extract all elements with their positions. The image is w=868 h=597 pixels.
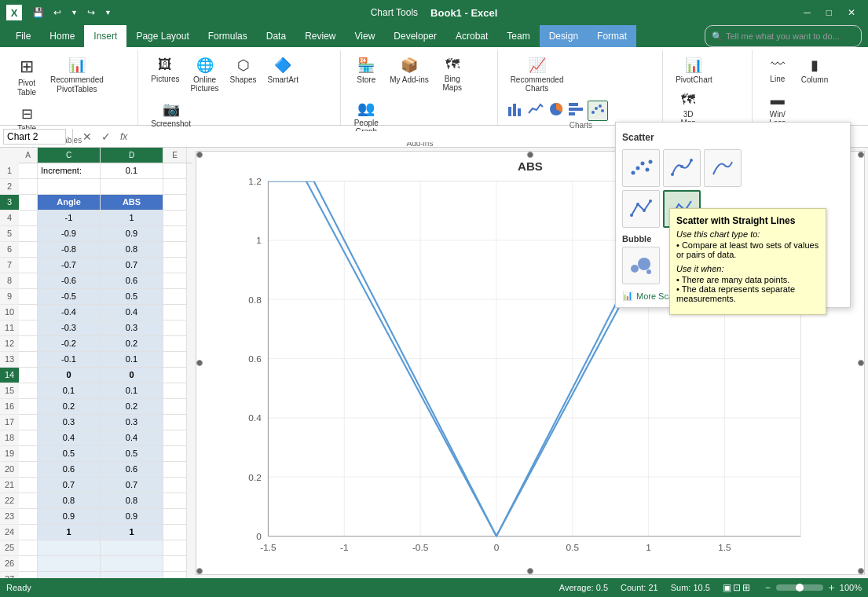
- pie-chart-button[interactable]: [547, 101, 566, 121]
- zoom-out-button[interactable]: －: [763, 581, 773, 595]
- tab-page-layout[interactable]: Page Layout: [126, 25, 198, 47]
- pictures-button[interactable]: 🖼 Pictures: [146, 53, 184, 86]
- cell-c5[interactable]: -0.9: [38, 226, 101, 242]
- cell-c16[interactable]: 0.2: [38, 399, 101, 415]
- cell-c9[interactable]: -0.5: [38, 289, 101, 305]
- tab-developer[interactable]: Developer: [384, 25, 446, 47]
- formula-cancel-button[interactable]: ✕: [79, 130, 95, 143]
- cell-d25[interactable]: [101, 540, 163, 556]
- cell-c17[interactable]: 0.3: [38, 415, 101, 430]
- cell-a1[interactable]: [19, 163, 38, 179]
- cell-c7[interactable]: -0.7: [38, 258, 101, 273]
- resize-handle-right[interactable]: [858, 360, 864, 366]
- more-qa-button[interactable]: ▼: [101, 6, 115, 19]
- pivot-chart-button[interactable]: 📊 PivotChart: [671, 53, 717, 87]
- cell-d24[interactable]: 1: [101, 525, 163, 540]
- cell-d10[interactable]: 0.4: [101, 305, 163, 320]
- zoom-slider-thumb[interactable]: [796, 584, 804, 592]
- cell-d19[interactable]: 0.5: [101, 446, 163, 462]
- tab-formulas[interactable]: Formulas: [199, 25, 257, 47]
- tab-insert[interactable]: Insert: [84, 25, 126, 47]
- name-box[interactable]: [3, 129, 66, 145]
- cell-c21[interactable]: 0.7: [38, 478, 101, 493]
- redo-button[interactable]: ↪: [83, 5, 99, 20]
- cell-c6[interactable]: -0.8: [38, 242, 101, 258]
- cell-c27[interactable]: [38, 572, 101, 578]
- cell-d26[interactable]: [101, 556, 163, 572]
- tab-review[interactable]: Review: [295, 25, 345, 47]
- scatter-smooth-lines-button[interactable]: [704, 149, 742, 187]
- cell-c15[interactable]: 0.1: [38, 383, 101, 399]
- cell-d4[interactable]: 1: [101, 211, 163, 226]
- cell-d18[interactable]: 0.4: [101, 430, 163, 446]
- resize-handle-bottom-left[interactable]: [196, 568, 203, 574]
- maximize-button[interactable]: □: [820, 4, 838, 21]
- tab-format[interactable]: Format: [588, 25, 636, 47]
- shapes-button[interactable]: ⬡ Shapes: [225, 53, 262, 87]
- undo-button[interactable]: ↩: [49, 5, 65, 20]
- my-addins-button[interactable]: 📦 My Add-ins: [385, 53, 433, 87]
- cell-c4[interactable]: -1: [38, 211, 101, 226]
- resize-handle-top[interactable]: [527, 152, 533, 158]
- line-chart-button[interactable]: [526, 101, 545, 121]
- tell-me-bar[interactable]: 🔍 Tell me what you want to do...: [705, 25, 862, 47]
- cell-d6[interactable]: 0.8: [101, 242, 163, 258]
- cell-d15[interactable]: 0.1: [101, 383, 163, 399]
- cell-a2[interactable]: [19, 179, 38, 195]
- cell-c26[interactable]: [38, 556, 101, 572]
- cell-c22[interactable]: 0.8: [38, 493, 101, 509]
- cell-d22[interactable]: 0.8: [101, 493, 163, 509]
- bubble-button[interactable]: [622, 247, 660, 284]
- resize-handle-bottom[interactable]: [527, 568, 533, 574]
- tab-home[interactable]: Home: [40, 25, 84, 47]
- tab-file[interactable]: File: [6, 25, 40, 47]
- scatter-chart-button[interactable]: [588, 101, 608, 121]
- tab-view[interactable]: View: [346, 25, 385, 47]
- cell-d1[interactable]: 0.1: [101, 163, 163, 179]
- cell-c13[interactable]: -0.1: [38, 352, 101, 368]
- smartart-button[interactable]: 🔷 SmartArt: [263, 53, 303, 87]
- scatter-straight-markers-button[interactable]: [622, 190, 660, 228]
- pivot-table-button[interactable]: ⊞ PivotTable: [9, 53, 44, 101]
- resize-handle-left[interactable]: [196, 360, 203, 366]
- cell-c23[interactable]: 0.9: [38, 509, 101, 525]
- cell-d23[interactable]: 0.9: [101, 509, 163, 525]
- minimize-button[interactable]: ─: [797, 4, 817, 21]
- resize-handle-top-right[interactable]: [858, 152, 864, 158]
- cell-d2[interactable]: [101, 179, 163, 195]
- cell-e3[interactable]: [163, 195, 187, 211]
- cell-e2[interactable]: [163, 179, 187, 195]
- page-break-view-button[interactable]: ⊞: [742, 582, 750, 593]
- cell-c19[interactable]: 0.5: [38, 446, 101, 462]
- cell-c1[interactable]: Increment:: [38, 163, 101, 179]
- close-button[interactable]: ✕: [841, 4, 862, 21]
- cell-a3[interactable]: [19, 195, 38, 211]
- recommended-pivot-button[interactable]: 📊 RecommendedPivotTables: [46, 53, 108, 97]
- cell-d16[interactable]: 0.2: [101, 399, 163, 415]
- cell-d7[interactable]: 0.7: [101, 258, 163, 273]
- cell-d13[interactable]: 0.1: [101, 352, 163, 368]
- cell-c18[interactable]: 0.4: [38, 430, 101, 446]
- formula-confirm-button[interactable]: ✓: [98, 130, 114, 143]
- cell-d14[interactable]: 0: [101, 368, 163, 383]
- cell-c2[interactable]: [38, 179, 101, 195]
- normal-view-button[interactable]: ▣: [723, 582, 731, 593]
- cell-c11[interactable]: -0.3: [38, 320, 101, 336]
- cell-d20[interactable]: 0.6: [101, 462, 163, 478]
- tab-design[interactable]: Design: [540, 25, 588, 47]
- bing-maps-button[interactable]: 🗺 BingMaps: [435, 53, 470, 95]
- bar-chart-button[interactable]: [567, 101, 586, 121]
- tab-data[interactable]: Data: [257, 25, 295, 47]
- tab-team[interactable]: Team: [497, 25, 539, 47]
- undo-dropdown-button[interactable]: ▼: [67, 6, 82, 19]
- cell-d5[interactable]: 0.9: [101, 226, 163, 242]
- cell-c8[interactable]: -0.6: [38, 273, 101, 289]
- column-chart-button[interactable]: [506, 101, 525, 121]
- zoom-slider[interactable]: [776, 584, 823, 591]
- cell-d21[interactable]: 0.7: [101, 478, 163, 493]
- cell-c24[interactable]: 1: [38, 525, 101, 540]
- scatter-smooth-lines-markers-button[interactable]: [663, 149, 701, 187]
- resize-handle-top-left[interactable]: [196, 152, 203, 158]
- cell-c25[interactable]: [38, 540, 101, 556]
- cell-d3[interactable]: ABS: [101, 195, 163, 211]
